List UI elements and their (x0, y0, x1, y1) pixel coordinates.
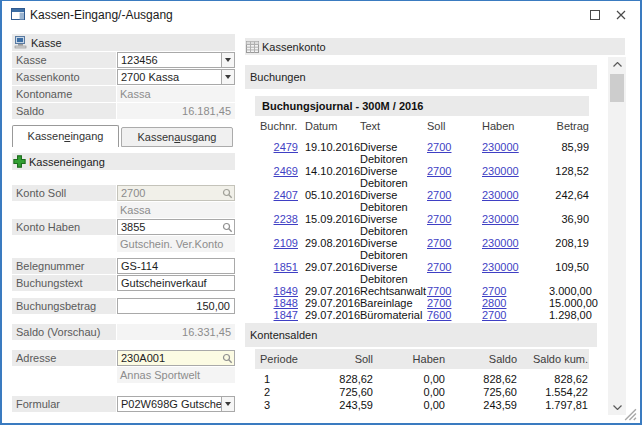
journal-betrag: 36,90 (549, 213, 589, 237)
journal-text: Diverse Debitoren (357, 141, 424, 165)
lookup-button[interactable] (220, 351, 234, 365)
journal-datum: 19.10.2016 (302, 141, 357, 165)
tab-kassenausgang[interactable]: Kassenausgang (121, 127, 233, 147)
journal-datum: 29.07.2016 (302, 297, 357, 309)
konto-haben-input[interactable]: 3855 (117, 219, 235, 235)
formular-dropdown-button[interactable] (221, 397, 234, 411)
salden-saldo: 828,62 (446, 369, 518, 386)
soll-link[interactable]: 7700 (427, 285, 451, 297)
titlebar: Kassen-Eingang/-Ausgang (2, 1, 640, 27)
buchnr-link[interactable]: 1848 (274, 297, 298, 309)
col-text: Text (357, 120, 424, 141)
haben-link[interactable]: 2800 (482, 297, 506, 309)
buchungsbetrag-label: Buchungsbetrag (12, 298, 116, 314)
salden-periode: 1 (255, 369, 302, 386)
salden-saldo-kum: 828,62 (518, 369, 589, 386)
journal-text: Diverse Debitoren (357, 237, 424, 261)
soll-link[interactable]: 2700 (427, 189, 451, 201)
adresse-input[interactable]: 230A001 (117, 350, 235, 366)
journal-text: Bareinlage (357, 297, 424, 309)
kasse-select[interactable]: 123456 (117, 52, 235, 68)
field-buchungsbetrag: Buchungsbetrag 150,00 (12, 298, 235, 314)
soll-link[interactable]: 7600 (427, 309, 451, 321)
col-haben: Haben (374, 349, 446, 369)
buchungen-title: Buchungen (250, 71, 306, 83)
soll-link[interactable]: 2700 (427, 297, 451, 309)
kasse-dropdown-button[interactable] (221, 53, 234, 67)
soll-link[interactable]: 2700 (427, 213, 451, 225)
konto-soll-input: 2700 (117, 185, 235, 201)
haben-link[interactable]: 230000 (482, 261, 519, 273)
kassenkonto-dropdown-button[interactable] (221, 70, 234, 84)
soll-link[interactable]: 2700 (427, 141, 451, 153)
col-soll: Soll (302, 349, 374, 369)
field-kasse: Kasse 123456 (12, 52, 235, 68)
formular-select[interactable]: P02W698G Gutschein (117, 396, 235, 412)
kassenkonto-select[interactable]: 2700 Kassa (117, 69, 235, 85)
resize-grip[interactable] (623, 407, 637, 421)
konto-soll-name: Kassa (117, 202, 235, 218)
soll-link[interactable]: 2700 (427, 237, 451, 249)
col-betrag: Betrag (549, 120, 589, 141)
haben-link[interactable]: 2700 (482, 285, 506, 297)
journal-datum: 29.08.2016 (302, 237, 357, 261)
buchnr-link[interactable]: 1849 (274, 285, 298, 297)
journal-datum: 29.07.2016 (302, 261, 357, 285)
kassenkonto-label: Kassenkonto (12, 69, 116, 85)
journal-text: Diverse Debitoren (357, 213, 424, 237)
buchnr-link[interactable]: 1847 (274, 309, 298, 321)
field-saldo: Saldo 16.181,45 (12, 103, 235, 119)
buchnr-link[interactable]: 1851 (274, 261, 298, 273)
field-saldo-vorschau: Saldo (Vorschau) 16.331,45 (12, 324, 235, 340)
scroll-thumb[interactable] (610, 74, 624, 102)
chevron-up-icon (613, 62, 622, 67)
haben-link[interactable]: 230000 (482, 237, 519, 249)
tab-label-part: Kassen (138, 131, 175, 143)
haben-link[interactable]: 230000 (482, 141, 519, 153)
belegnummer-input[interactable]: GS-114 (117, 258, 235, 274)
buchnr-link[interactable]: 2238 (274, 213, 298, 225)
section-title: Kasseneingang (29, 156, 105, 168)
soll-link[interactable]: 2700 (427, 165, 451, 177)
konto-soll-subrow: Kassa (12, 202, 235, 218)
salden-haben: 0,00 (374, 399, 446, 412)
haben-link[interactable]: 230000 (482, 189, 519, 201)
close-icon (616, 10, 626, 20)
kassenkonto-value: 2700 Kassa (118, 70, 221, 84)
buchnr-link[interactable]: 2407 (274, 189, 298, 201)
soll-link[interactable]: 2700 (427, 261, 451, 273)
buchnr-link[interactable]: 2109 (274, 237, 298, 249)
buchnr-link[interactable]: 2479 (274, 141, 298, 153)
journal-betrag: 15.000,00 (549, 297, 589, 309)
chevron-down-icon (225, 402, 231, 406)
adresse-value: 230A001 (118, 351, 220, 365)
adresse-label: Adresse (12, 350, 116, 366)
app-window: Kassen-Eingang/-Ausgang Kasse Kasse (0, 0, 642, 425)
buchungsbetrag-input[interactable]: 150,00 (117, 298, 235, 314)
table-icon (246, 41, 259, 53)
scrollbar[interactable] (608, 57, 626, 415)
field-adresse: Adresse 230A001 (12, 350, 235, 366)
belegnummer-label: Belegnummer (12, 258, 116, 274)
plus-icon (13, 155, 26, 168)
section-header-kasseneingang[interactable]: Kasseneingang (12, 153, 235, 170)
salden-soll: 243,59 (302, 399, 374, 412)
magnifier-icon (222, 222, 233, 233)
haben-link[interactable]: 230000 (482, 213, 519, 225)
haben-link[interactable]: 230000 (482, 165, 519, 177)
scroll-up-button[interactable] (608, 57, 626, 72)
buchnr-link[interactable]: 2469 (274, 165, 298, 177)
lookup-button[interactable] (220, 186, 234, 200)
lookup-button[interactable] (220, 220, 234, 234)
buchungstext-input[interactable]: Gutscheinverkauf (117, 275, 235, 291)
haben-link[interactable]: 2700 (482, 309, 506, 321)
journal-text: Diverse Debitoren (357, 189, 424, 213)
journal-table: Buchnr. Datum Text Soll Haben Betrag 247… (255, 120, 589, 321)
magnifier-icon (222, 353, 233, 364)
konto-haben-value: 3855 (118, 220, 220, 234)
maximize-icon (590, 10, 600, 20)
maximize-button[interactable] (582, 5, 608, 24)
kasse-label: Kasse (12, 52, 116, 68)
close-button[interactable] (608, 5, 634, 24)
tab-kasseneingang[interactable]: Kasseneingang (12, 125, 119, 147)
